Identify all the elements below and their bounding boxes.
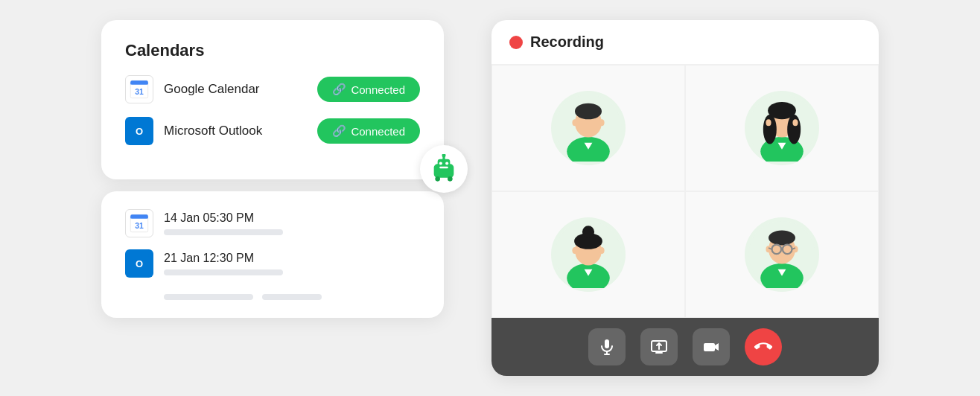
avatar-3 (551, 217, 626, 292)
controls-bar (491, 318, 879, 376)
event-item-2: O 21 Jan 12:30 PM (125, 249, 420, 278)
recording-label: Recording (530, 33, 604, 51)
outlook-connected-label: Connected (351, 125, 405, 138)
svg-point-32 (763, 115, 777, 144)
right-panel: Recording (491, 20, 879, 376)
svg-point-16 (439, 162, 442, 165)
video-cell-3 (491, 191, 685, 318)
calendars-title: Calendars (125, 41, 420, 60)
avatar-2 (745, 91, 819, 165)
link-icon-outlook: 🔗 (332, 124, 346, 138)
svg-rect-2 (130, 83, 147, 85)
svg-text:O: O (136, 258, 143, 269)
svg-point-17 (445, 162, 448, 165)
event-item-1: 31 14 Jan 05:30 PM (125, 209, 420, 237)
avatar-1 (551, 91, 626, 165)
placeholder-line1 (164, 294, 253, 300)
svg-point-19 (435, 176, 440, 182)
camera-button[interactable] (693, 328, 730, 365)
svg-point-43 (572, 247, 577, 254)
video-cell-2 (685, 65, 879, 191)
outlook-calendar-icon: O (125, 117, 153, 145)
google-calendar-name: Google Calendar (164, 82, 307, 97)
avatar-4 (745, 217, 819, 292)
event1-date: 14 Jan 05:30 PM (164, 211, 283, 225)
svg-rect-18 (439, 167, 448, 169)
main-container: Calendars 31 Google Calendar 🔗 Connected (101, 20, 879, 376)
svg-point-36 (792, 119, 798, 126)
screen-share-button[interactable] (640, 328, 678, 365)
bot-icon (429, 154, 459, 184)
event2-date: 21 Jan 12:30 PM (164, 252, 283, 265)
outlook-calendar-name: Microsoft Outlook (164, 124, 307, 138)
link-icon-google: 🔗 (332, 83, 346, 96)
video-cell-1 (491, 65, 685, 191)
svg-point-42 (582, 226, 594, 237)
recording-bar: Recording (491, 20, 879, 65)
end-call-button[interactable] (745, 328, 782, 365)
svg-point-34 (768, 102, 796, 119)
svg-point-26 (572, 119, 577, 126)
left-panel: Calendars 31 Google Calendar 🔗 Connected (101, 20, 444, 318)
bot-icon-wrapper (420, 145, 468, 193)
event1-google-icon: 31 (125, 209, 153, 237)
svg-text:31: 31 (135, 222, 144, 230)
svg-rect-64 (704, 343, 715, 351)
video-cell-4 (685, 191, 879, 318)
google-calendar-icon: 31 (125, 75, 153, 103)
svg-point-49 (769, 231, 795, 246)
svg-point-35 (766, 119, 771, 126)
svg-point-27 (599, 119, 604, 126)
placeholder-line2 (262, 294, 322, 300)
svg-text:31: 31 (135, 88, 144, 96)
calendars-card: Calendars 31 Google Calendar 🔗 Connected (101, 20, 444, 179)
svg-text:O: O (136, 126, 143, 137)
video-grid (491, 65, 879, 318)
svg-point-33 (787, 115, 801, 144)
svg-marker-65 (715, 343, 719, 351)
google-connected-label: Connected (351, 83, 405, 96)
svg-point-15 (442, 154, 446, 157)
svg-point-25 (575, 103, 602, 120)
events-card: 31 14 Jan 05:30 PM O 21 Jan 12:30 P (101, 191, 444, 318)
google-connected-badge[interactable]: 🔗 Connected (317, 77, 420, 102)
event1-line1 (164, 229, 283, 235)
recording-dot (509, 36, 523, 49)
event2-line1 (164, 269, 283, 275)
outlook-connected-badge[interactable]: 🔗 Connected (317, 118, 420, 144)
svg-point-20 (448, 176, 453, 182)
svg-rect-8 (130, 217, 147, 219)
svg-point-44 (599, 247, 604, 254)
event2-outlook-icon: O (125, 249, 153, 278)
calendar-item-outlook: O Microsoft Outlook 🔗 Connected (125, 117, 420, 145)
calendar-item-google: 31 Google Calendar 🔗 Connected (125, 75, 420, 103)
svg-rect-57 (605, 339, 609, 348)
mic-button[interactable] (588, 328, 626, 365)
